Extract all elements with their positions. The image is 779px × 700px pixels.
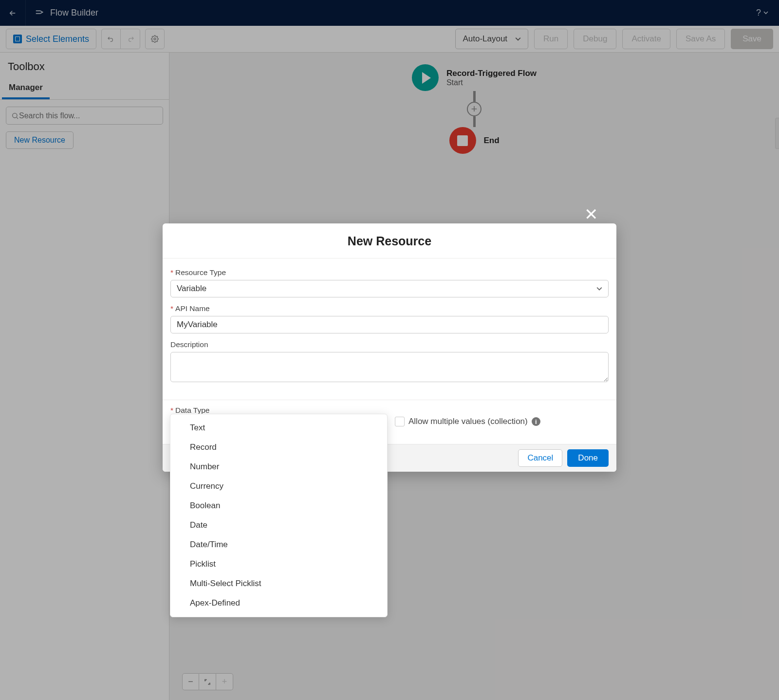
data-type-option[interactable]: Date/Time [170,535,387,554]
allow-multiple-label: Allow multiple values (collection) [408,417,528,426]
description-label: Description [170,340,208,349]
api-name-label: API Name [175,304,210,313]
close-modal-button[interactable]: ✕ [584,204,598,224]
data-type-option[interactable]: Multi-Select Picklist [170,574,387,593]
allow-multiple-checkbox[interactable] [395,417,405,426]
resource-type-label: Resource Type [175,268,226,277]
data-type-dropdown-list: TextRecordNumberCurrencyBooleanDateDate/… [170,414,388,617]
resource-type-value: Variable [177,284,206,294]
data-type-option[interactable]: Picklist [170,554,387,574]
data-type-option[interactable]: Date [170,516,387,535]
info-icon[interactable]: i [532,417,540,426]
data-type-option[interactable]: Number [170,457,387,477]
modal-title: New Resource [174,234,605,248]
description-textarea[interactable] [170,352,609,382]
cancel-button[interactable]: Cancel [518,449,562,467]
data-type-option[interactable]: Record [170,438,387,457]
data-type-option[interactable]: Currency [170,477,387,496]
api-name-input[interactable] [170,316,609,333]
chevron-down-icon [596,286,602,292]
data-type-option[interactable]: Apex-Defined [170,593,387,613]
resource-type-combobox[interactable]: Variable [170,280,609,297]
data-type-option[interactable]: Boolean [170,496,387,516]
done-button[interactable]: Done [567,449,609,467]
data-type-option[interactable]: Text [170,418,387,438]
